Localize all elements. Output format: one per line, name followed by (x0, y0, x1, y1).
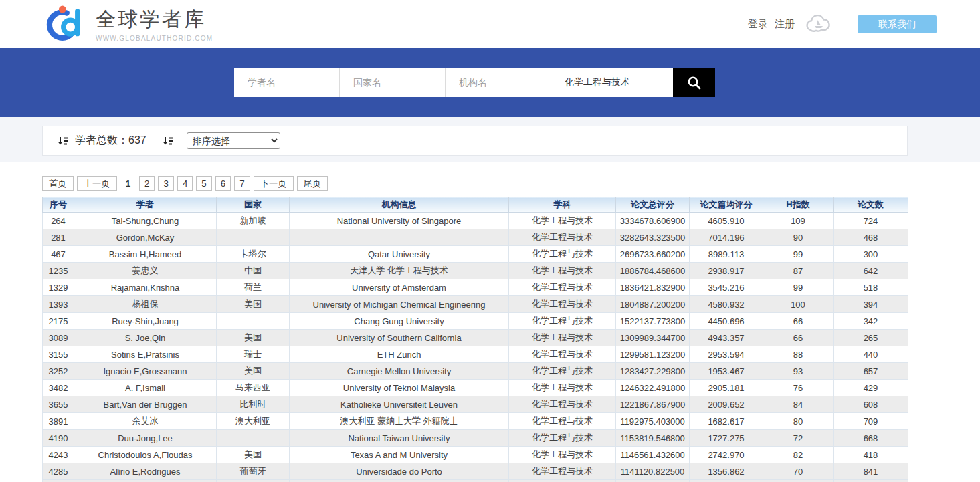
table-cell: 440 (834, 346, 908, 363)
table-cell (509, 480, 616, 482)
table-row[interactable]: 4190Duu-Jong,LeeNational Taiwan Universi… (43, 430, 908, 447)
table-cell: 429 (834, 380, 908, 396)
table-cell: 2696733.660200 (616, 246, 690, 263)
pagination-page-5[interactable]: 5 (196, 176, 211, 191)
table-cell: 90 (763, 229, 834, 246)
table-cell: 3334678.606900 (616, 213, 690, 229)
table-cell: 264 (43, 213, 74, 229)
table-cell: 瑞士 (217, 346, 290, 363)
table-row[interactable]: 3891余艾冰澳大利亚澳大利亚 蒙纳士大学 外籍院士化学工程与技术1192975… (43, 413, 908, 430)
pagination-first[interactable]: 首页 (42, 176, 74, 191)
table-cell: 3282643.323500 (616, 229, 690, 246)
table-cell: 美国 (217, 330, 290, 346)
table-cell: 3545.216 (690, 279, 763, 296)
country-name-input[interactable] (340, 68, 446, 97)
table-row[interactable]: 3482A. F,Ismail马来西亚University of Teknol … (43, 380, 908, 396)
table-row[interactable]: 3155Sotiris E,Pratsinis瑞士ETH Zurich化学工程与… (43, 346, 908, 363)
table-cell: 1682.617 (690, 413, 763, 430)
table-cell (217, 229, 290, 246)
table-cell: 化学工程与技术 (509, 346, 616, 363)
table-row[interactable]: 2175Ruey-Shin,JuangChang Gung University… (43, 313, 908, 330)
table-cell: 美国 (217, 447, 290, 463)
table-cell: Duu-Jong,Lee (74, 430, 217, 447)
table-cell: Texas A and M University (290, 447, 509, 463)
table-cell: 1953.467 (690, 363, 763, 380)
contact-us-button[interactable]: 联系我们 (858, 15, 937, 33)
search-icon (687, 76, 701, 90)
pagination-page-2[interactable]: 2 (139, 176, 155, 191)
pagination-last[interactable]: 尾页 (297, 176, 328, 191)
table-cell: 1246322.491800 (616, 380, 690, 396)
table-cell: 1146561.432600 (616, 447, 690, 463)
table-cell: 荷兰 (217, 279, 290, 296)
toolbar-strip: 学者总数：637 排序选择 (0, 117, 980, 162)
table-cell: 394 (834, 296, 908, 313)
table-cell: 80 (763, 413, 834, 430)
pagination-page-1[interactable]: 1 (120, 176, 136, 191)
logo-icon (43, 5, 86, 43)
table-cell: 化学工程与技术 (509, 330, 616, 346)
table-cell: 608 (834, 396, 908, 413)
table-row[interactable]: 281Gordon,McKay化学工程与技术3282643.3235007014… (43, 229, 908, 246)
search-button[interactable] (673, 68, 715, 97)
table-row[interactable]: 3655Bart,Van der Bruggen比利时Katholieke Un… (43, 396, 908, 413)
scholar-name-input[interactable] (234, 68, 340, 97)
table-row[interactable]: 4285Alírio E,Rodrigues葡萄牙Universidade do… (43, 463, 908, 480)
sort-icon (163, 136, 173, 146)
table-cell: 化学工程与技术 (509, 363, 616, 380)
sort-select[interactable]: 排序选择 (187, 132, 280, 149)
table-cell: 72 (763, 430, 834, 447)
table-cell: 4605.910 (690, 213, 763, 229)
table-row[interactable]: 264Tai-Shung,Chung新加坡National University… (43, 213, 908, 229)
table-cell: 468 (834, 229, 908, 246)
table-cell: 8989.113 (690, 246, 763, 263)
login-link[interactable]: 登录 (748, 18, 768, 29)
table-cell (763, 480, 834, 482)
table-cell: 66 (763, 313, 834, 330)
pagination-page-6[interactable]: 6 (215, 176, 231, 191)
table-row[interactable]: 3089S. Joe,Qin美国University of Southern C… (43, 330, 908, 346)
table-row[interactable]: 3252Ignacio E,Grossmann美国Carnegie Mellon… (43, 363, 908, 380)
table-cell: 马来西亚 (217, 380, 290, 396)
table-cell: 342 (834, 313, 908, 330)
table-row[interactable]: 1329Rajamani,Krishna荷兰University of Amst… (43, 279, 908, 296)
table-cell: 新加坡 (217, 213, 290, 229)
column-header: 序号 (43, 197, 74, 213)
table-row[interactable]: 1235姜忠义中国天津大学 化学工程与技术化学工程与技术1886784.4686… (43, 263, 908, 279)
table-cell: 中国 (217, 263, 290, 279)
column-header: 论文总评分 (616, 197, 690, 213)
table-cell: 841 (834, 463, 908, 480)
table-cell (290, 480, 509, 482)
pagination-page-7[interactable]: 7 (234, 176, 250, 191)
table-cell: Christodoulos A,Floudas (74, 447, 217, 463)
site-logo[interactable]: 全球学者库 WWW.GLOBALAUTHORID.COM (43, 5, 213, 43)
table-cell (290, 229, 509, 246)
sort-icon (58, 136, 68, 146)
table-cell: Chang Gung University (290, 313, 509, 330)
table-cell: 1886784.468600 (616, 263, 690, 279)
table-cell: 杨祖保 (74, 296, 217, 313)
table-cell: 467 (43, 246, 74, 263)
pagination-prev[interactable]: 上一页 (77, 176, 117, 191)
table-cell: 1309989.344700 (616, 330, 690, 346)
register-link[interactable]: 注册 (775, 18, 795, 29)
table-cell: 卡塔尔 (217, 246, 290, 263)
table-cell (217, 430, 290, 447)
table-cell: 葡萄牙 (217, 463, 290, 480)
pagination-next[interactable]: 下一页 (254, 176, 294, 191)
table-cell: 2905.181 (690, 380, 763, 396)
table-cell: Carnegie Mellon University (290, 363, 509, 380)
institution-name-input[interactable] (446, 68, 551, 97)
table-row[interactable]: 4243Christodoulos A,Floudas美国Texas A and… (43, 447, 908, 463)
table-cell (43, 480, 74, 482)
table-cell: 1329 (43, 279, 74, 296)
table-cell: 4450.696 (690, 313, 763, 330)
table-row[interactable]: 467Bassim H,Hameed卡塔尔Qatar University化学工… (43, 246, 908, 263)
cloud-icon[interactable] (804, 14, 834, 34)
table-cell: Ignacio E,Grossmann (74, 363, 217, 380)
pagination-page-4[interactable]: 4 (177, 176, 193, 191)
discipline-input[interactable] (551, 68, 673, 97)
pagination-page-3[interactable]: 3 (158, 176, 173, 191)
table-cell (834, 480, 908, 482)
table-row[interactable]: 1393杨祖保美国University of Michigan Chemical… (43, 296, 908, 313)
